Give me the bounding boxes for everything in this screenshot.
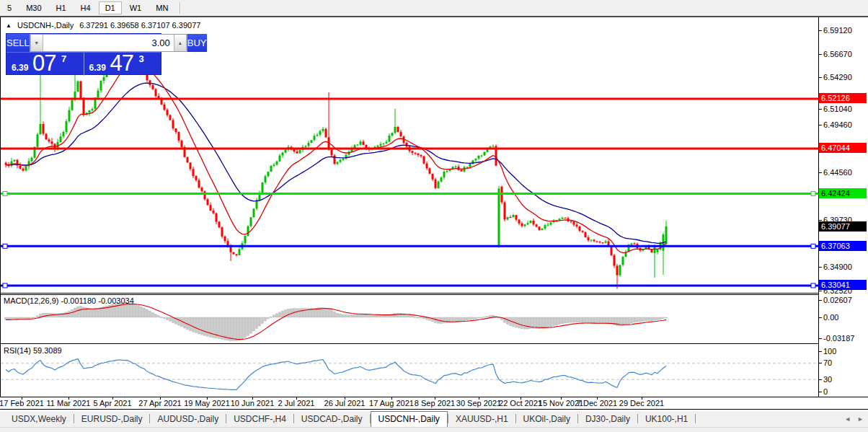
collapse-panel-icon[interactable]: ▲ (6, 22, 12, 29)
hline-handle[interactable] (811, 192, 815, 196)
axis-tick-mark (818, 363, 822, 363)
chart-title-bar: ▲ USDCNH-,Daily 6.37291 6.39658 6.37107 … (6, 21, 200, 30)
axis-tick-mark (818, 77, 822, 78)
date-label: 26 Jul 2021 (324, 399, 366, 407)
tab-dj30-daily[interactable]: DJ30-,Daily (578, 412, 637, 427)
buy-price-prefix: 6.39 (89, 63, 106, 73)
date-label: 2 Jul 2021 (278, 399, 315, 407)
chart-ohlc-values: 6.37291 6.39658 6.37107 6.39077 (79, 21, 200, 30)
date-label: 8 Sep 2021 (415, 399, 455, 407)
price-tick-6.51040: 6.51040 (823, 105, 852, 113)
date-label: 22 Oct 2021 (499, 399, 542, 407)
tab-scroll-left-icon[interactable]: ◄ (844, 415, 851, 423)
hline-handle[interactable] (3, 244, 7, 248)
tab-xauusd-h1[interactable]: XAUUSD-,H1 (448, 412, 515, 427)
tab-usdcnh-daily[interactable]: USDCNH-,Daily (371, 411, 448, 427)
tab-audusd-daily[interactable]: AUDUSD-,Daily (150, 412, 226, 427)
rsi-tick-100: 100 (823, 347, 836, 356)
current-price-tag: 6.39077 (819, 221, 867, 232)
tab-usdx-weekly[interactable]: USDX,Weekly (4, 412, 74, 427)
timeframe-button-h4[interactable]: H4 (74, 1, 97, 14)
timeframe-button-m30[interactable]: M30 (19, 1, 48, 14)
timeframe-button-d1[interactable]: D1 (99, 1, 122, 14)
date-label: 19 May 2021 (184, 399, 230, 407)
price-tick-6.49460: 6.49460 (823, 120, 852, 129)
axis-tick-mark (818, 54, 822, 55)
hline-handle[interactable] (3, 192, 7, 196)
timeframe-button-mn[interactable]: MN (149, 1, 174, 14)
price-tag-6.52126[interactable]: 6.52126 (819, 93, 867, 103)
volume-spinner: ▼ ▲ (30, 34, 187, 52)
macd-indicator-label: MACD(12,26,9) -0.001180 -0.003034 (4, 296, 134, 305)
axis-tick-mark (818, 109, 822, 110)
axis-tick-mark (818, 351, 822, 352)
timeframe-button-5[interactable]: 5 (1, 1, 18, 14)
price-tick-6.54290: 6.54290 (823, 73, 852, 81)
tab-usdcad-daily[interactable]: USDCAD-,Daily (294, 412, 370, 427)
tab-ukoil-daily[interactable]: UKOil-,Daily (516, 412, 577, 427)
axis-tick-mark (818, 267, 822, 268)
price-tag-6.33041[interactable]: 6.33041 (819, 280, 867, 290)
price-tag-6.47044[interactable]: 6.47044 (819, 143, 867, 153)
one-click-trading-panel: SELL ▼ ▲ BUY 6.39 07 7 6.39 47 3 (6, 33, 161, 75)
timeframe-button-w1[interactable]: W1 (123, 1, 149, 14)
date-label: 29 Dec 2021 (619, 399, 664, 407)
axis-tick-mark (818, 300, 822, 301)
volume-increase-button[interactable]: ▲ (174, 35, 187, 51)
buy-price-display[interactable]: 6.39 47 3 (84, 53, 161, 76)
date-label: 17 Aug 2021 (369, 399, 414, 407)
tab-scroll-arrows: ◄ ► (844, 415, 864, 423)
date-label: 17 Feb 2021 (0, 399, 44, 407)
price-tick-6.34900: 6.34900 (823, 263, 852, 271)
rsi-tick-30: 30 (823, 375, 832, 384)
buy-price-pip-digit: 3 (139, 53, 144, 64)
axis-tick-mark (818, 317, 822, 318)
volume-decrease-button[interactable]: ▼ (30, 35, 43, 51)
sell-price-display[interactable]: 6.39 07 7 (6, 53, 84, 76)
hline-handle[interactable] (3, 283, 7, 288)
tab-scroll-right-icon[interactable]: ► (857, 415, 864, 423)
window-divider (0, 409, 868, 410)
trade-panel-prices: 6.39 07 7 6.39 47 3 (6, 53, 161, 76)
tab-separator (695, 414, 696, 423)
price-tick-6.59120: 6.59120 (823, 26, 852, 35)
toolbar-separator (180, 2, 181, 14)
buy-button[interactable]: BUY (187, 34, 207, 52)
axis-tick-mark (818, 30, 822, 31)
volume-input[interactable] (43, 35, 174, 51)
price-tag-6.37063[interactable]: 6.37063 (819, 241, 867, 251)
hline-handle[interactable] (811, 283, 815, 288)
timeframe-button-h1[interactable]: H1 (50, 1, 73, 14)
sell-price-big-digits: 07 (32, 50, 56, 76)
axis-tick-mark (818, 338, 822, 339)
buy-price-big-digits: 47 (110, 50, 133, 76)
tab-uk100-h1[interactable]: UK100-,H1 (638, 412, 695, 427)
price-tick-6.44560: 6.44560 (823, 168, 852, 177)
date-label: 11 Mar 2021 (47, 399, 91, 407)
date-label: 30 Sep 2021 (456, 399, 501, 407)
rsi-pane-surface[interactable] (0, 345, 818, 397)
sell-price-pip-digit: 7 (61, 53, 66, 64)
axis-tick-mark (818, 379, 822, 380)
date-label: 5 Apr 2021 (93, 399, 131, 407)
axis-tick-mark (818, 172, 822, 173)
rsi-tick-0: 0 (823, 387, 828, 396)
date-axis[interactable]: 17 Feb 202111 Mar 20215 Apr 202127 Apr 2… (0, 397, 868, 409)
rsi-indicator-label: RSI(14) 59.3089 (4, 346, 62, 355)
date-label: 7 Dec 2021 (577, 399, 617, 407)
hline-handle[interactable] (811, 244, 815, 248)
timeframe-toolbar: 5M30H1H4D1W1MN (0, 0, 868, 16)
sell-price-prefix: 6.39 (12, 63, 28, 73)
axis-tick-mark (818, 291, 822, 291)
axis-tick-mark (818, 220, 822, 221)
macd-tick--0.03187: -0.03187 (823, 334, 854, 343)
tab-eurusd-daily[interactable]: EURUSD-,Daily (74, 412, 150, 427)
price-tag-6.42424[interactable]: 6.42424 (819, 188, 867, 198)
chart-tab-bar: USDX,WeeklyEURUSD-,DailyAUDUSD-,DailyUSD… (0, 410, 868, 427)
chart-title: USDCNH-,Daily (17, 21, 74, 30)
macd-tick-0.00: 0.00 (823, 313, 838, 322)
sell-button[interactable]: SELL (6, 34, 30, 52)
trading-terminal-window: 5M30H1H4D1W1MN 6.591206.566706.542906.51… (0, 0, 868, 432)
tab-usdchf-h4[interactable]: USDCHF-,H4 (226, 412, 293, 427)
price-tick-6.56670: 6.56670 (823, 50, 852, 58)
